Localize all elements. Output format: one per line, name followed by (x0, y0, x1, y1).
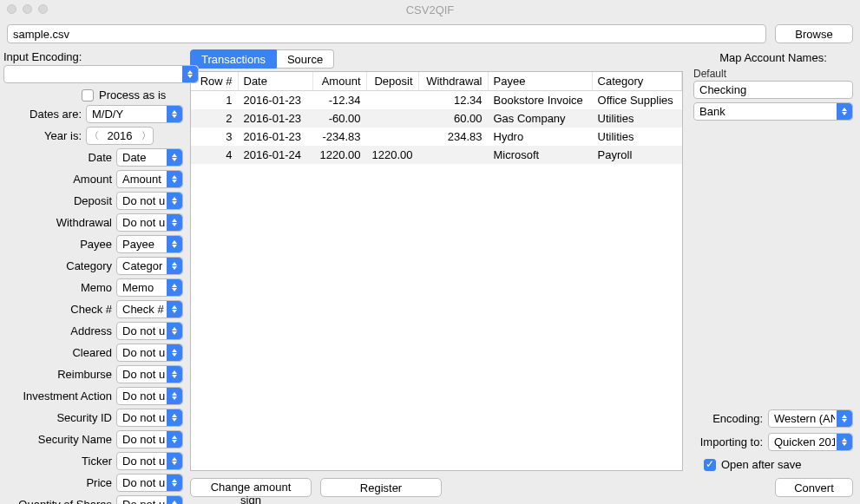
year-stepper[interactable]: 〈 2016 〉 (86, 127, 154, 145)
browse-button[interactable]: Browse (775, 24, 853, 43)
map-reimburse-select[interactable]: Do not u (116, 365, 183, 383)
open-after-save-checkbox[interactable] (704, 459, 716, 471)
chevron-updown-icon (170, 453, 179, 469)
chevron-updown-icon (170, 388, 179, 404)
map-label: Check # (3, 303, 112, 316)
map-investment-action-select[interactable]: Do not u (116, 387, 183, 405)
chevron-updown-icon (170, 344, 179, 361)
chevron-updown-icon (170, 475, 179, 491)
chevron-updown-icon (186, 66, 194, 82)
center-panel: Transactions Source Row # Date Amount De… (187, 49, 686, 504)
map-label: Reimburse (3, 368, 112, 381)
chevron-updown-icon (170, 409, 179, 426)
map-label: Security ID (3, 411, 112, 424)
window-controls (7, 4, 48, 14)
chevron-updown-icon (840, 103, 849, 120)
bottom-buttons: Change amount sign Register (190, 471, 683, 504)
minimize-icon[interactable] (23, 4, 32, 14)
convert-button[interactable]: Convert (775, 478, 853, 497)
right-panel: Map Account Names: Default Bank Encoding… (686, 49, 860, 504)
map-address-select[interactable]: Do not u (116, 322, 183, 340)
col-withdrawal[interactable]: Withdrawal (418, 72, 488, 91)
chevron-updown-icon (840, 410, 849, 427)
tab-transactions[interactable]: Transactions (190, 49, 277, 69)
chevron-updown-icon (170, 366, 179, 383)
year-next-button[interactable]: 〉 (139, 129, 153, 142)
map-label: Address (3, 324, 112, 337)
process-as-is-checkbox[interactable] (82, 89, 94, 101)
map-quantity-select[interactable]: Do not u (116, 495, 183, 504)
col-category[interactable]: Category (592, 72, 681, 91)
map-amount-select[interactable]: Amount (116, 170, 183, 188)
year-prev-button[interactable]: 〈 (87, 129, 101, 142)
col-date[interactable]: Date (238, 72, 312, 91)
app-window: CSV2QIF Browse Input Encoding: Process a… (0, 0, 860, 504)
chevron-updown-icon (170, 496, 179, 504)
transactions-table: Row # Date Amount Deposit Withdrawal Pay… (190, 71, 683, 471)
table-row[interactable]: 3 2016-01-23 -234.83 234.83 Hydro Utilit… (191, 128, 682, 146)
encoding-label: Encoding: (693, 412, 763, 425)
change-amount-sign-button[interactable]: Change amount sign (190, 478, 312, 497)
window-title: CSV2QIF (406, 3, 455, 16)
chevron-updown-icon (170, 258, 179, 274)
map-label: Investment Action (3, 389, 112, 403)
dates-are-select[interactable]: M/D/Y (86, 105, 183, 123)
map-category-select[interactable]: Categor (116, 257, 183, 275)
map-label: Quantity of Shares (3, 498, 112, 504)
chevron-updown-icon (170, 214, 179, 231)
account-type-select[interactable]: Bank (693, 102, 853, 121)
register-button[interactable]: Register (320, 478, 442, 497)
close-icon[interactable] (7, 4, 16, 14)
chevron-updown-icon (170, 301, 179, 317)
open-after-save-label: Open after save (721, 458, 802, 471)
table-row[interactable]: 1 2016-01-23 -12.34 12.34 Bookstore Invo… (191, 91, 682, 110)
tabs: Transactions Source (190, 49, 683, 69)
chevron-updown-icon (170, 236, 179, 252)
year-is-label: Year is: (3, 129, 82, 142)
map-account-title: Map Account Names: (693, 51, 853, 64)
titlebar: CSV2QIF (0, 0, 860, 19)
col-payee[interactable]: Payee (488, 72, 592, 91)
importing-to-select[interactable]: Quicken 2014 (768, 433, 853, 451)
process-as-is-label: Process as is (99, 88, 166, 101)
table-row[interactable]: 2 2016-01-23 -60.00 60.00 Gas Company Ut… (191, 109, 682, 128)
map-label: Security Name (3, 433, 112, 446)
file-path-input[interactable] (7, 24, 766, 43)
table-row[interactable]: 4 2016-01-24 1220.00 1220.00 Microsoft P… (191, 146, 682, 164)
map-label: Cleared (3, 346, 112, 359)
map-label: Deposit (3, 194, 112, 207)
map-memo-select[interactable]: Memo (116, 278, 183, 297)
map-cleared-select[interactable]: Do not u (116, 344, 183, 362)
tab-source[interactable]: Source (277, 49, 334, 69)
map-label: Ticker (3, 455, 112, 468)
map-price-select[interactable]: Do not u (116, 474, 183, 492)
chevron-updown-icon (170, 323, 179, 339)
input-encoding-select[interactable] (3, 65, 199, 83)
default-label: Default (693, 68, 853, 80)
importing-to-label: Importing to: (693, 435, 763, 448)
year-value: 2016 (101, 129, 139, 142)
encoding-select[interactable]: Western (ANS (768, 409, 853, 428)
map-ticker-select[interactable]: Do not u (116, 452, 183, 470)
col-deposit[interactable]: Deposit (366, 72, 418, 91)
chevron-updown-icon (170, 106, 179, 122)
chevron-updown-icon (170, 279, 179, 296)
zoom-icon[interactable] (38, 4, 48, 14)
map-check-select[interactable]: Check # (116, 300, 183, 318)
chevron-updown-icon (170, 431, 179, 448)
default-account-input[interactable] (693, 81, 853, 99)
map-security-name-select[interactable]: Do not u (116, 430, 183, 448)
chevron-updown-icon (170, 149, 179, 166)
chevron-updown-icon (840, 434, 849, 450)
left-panel: Input Encoding: Process as is Dates are:… (0, 49, 187, 504)
map-label: Withdrawal (3, 216, 112, 229)
map-withdrawal-select[interactable]: Do not u (116, 213, 183, 232)
map-date-select[interactable]: Date (116, 148, 183, 167)
col-amount[interactable]: Amount (312, 72, 366, 91)
map-deposit-select[interactable]: Do not u (116, 192, 183, 210)
map-payee-select[interactable]: Payee (116, 235, 183, 253)
table-header-row: Row # Date Amount Deposit Withdrawal Pay… (191, 72, 682, 91)
input-encoding-label: Input Encoding: (3, 50, 183, 63)
map-security-id-select[interactable]: Do not u (116, 409, 183, 427)
map-label: Memo (3, 281, 112, 294)
